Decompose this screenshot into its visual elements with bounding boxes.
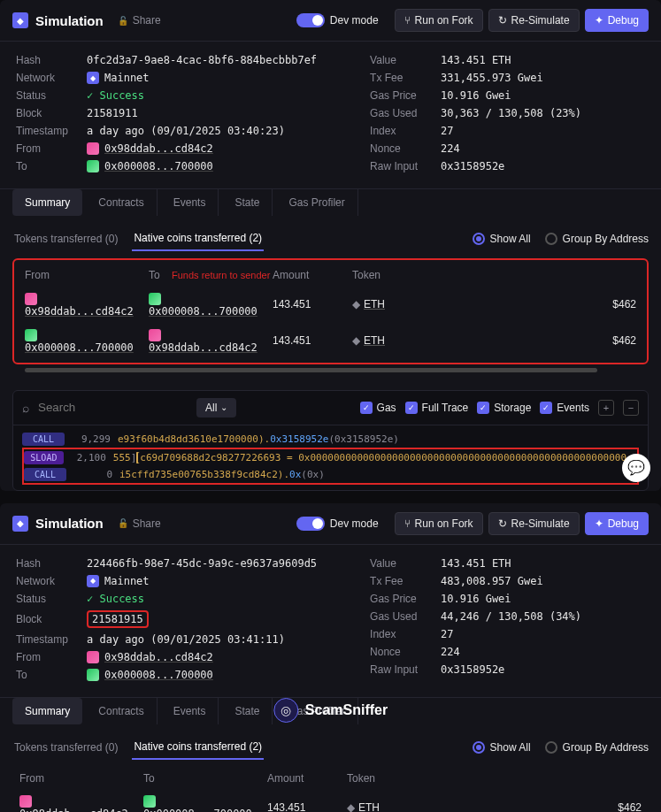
tab-contracts[interactable]: Contracts <box>86 189 157 216</box>
index-value: 27 <box>441 125 453 137</box>
col-to: To Funds return to sender <box>149 269 273 281</box>
checkbox-icon <box>540 402 552 414</box>
from-address[interactable]: 0x98ddab...cd84c2 <box>19 808 128 812</box>
show-all-radio[interactable]: Show All <box>473 741 531 754</box>
run-on-fork-button[interactable]: ⑂Run on Fork <box>395 512 483 535</box>
gasused-value: 30,363 / 130,508 (23%) <box>441 107 581 119</box>
usd-value: $462 <box>410 334 636 347</box>
address-icon <box>19 795 32 808</box>
filter-all-dropdown[interactable]: All <box>196 398 236 417</box>
radio-icon <box>473 741 485 754</box>
ethereum-icon: ◆ <box>87 72 99 84</box>
toggle-icon <box>296 517 325 531</box>
share-button[interactable]: Share <box>118 517 161 530</box>
index-label: Index <box>370 125 441 137</box>
logo-icon <box>12 516 28 532</box>
address-icon <box>143 795 156 808</box>
tab-gas-profiler[interactable]: Gas Profiler <box>276 189 357 216</box>
to-address[interactable]: 0x98ddab...cd84c2 <box>149 341 257 354</box>
block-value[interactable]: 21581911 <box>87 107 138 119</box>
gas-value: 9,299 <box>72 433 111 445</box>
timestamp-value: a day ago (09/01/2025 03:40:23) <box>87 125 285 137</box>
opcode-badge: CALL <box>24 468 66 481</box>
block-label: Block <box>16 107 87 119</box>
dev-mode-toggle[interactable]: Dev mode <box>296 517 379 531</box>
col-from: From <box>25 269 149 281</box>
to-address[interactable]: 0x000008...700000 <box>143 808 252 812</box>
tab-summary[interactable]: Summary <box>12 698 82 724</box>
tab-contracts[interactable]: Contracts <box>86 698 157 724</box>
opcode-badge: CALL <box>22 433 65 446</box>
resimulate-button[interactable]: ↻Re-Simulate <box>488 512 580 535</box>
network-label: Network <box>16 72 87 84</box>
scrollbar[interactable] <box>25 368 597 372</box>
timestamp-label: Timestamp <box>16 125 87 137</box>
expand-button[interactable]: + <box>598 400 614 416</box>
show-all-radio[interactable]: Show All <box>473 233 531 245</box>
to-label: To <box>16 160 87 172</box>
debug-button[interactable]: ✦Debug <box>585 512 649 535</box>
to-address[interactable]: 0x000008...700000 <box>104 160 213 172</box>
chk-events[interactable]: Events <box>540 402 589 414</box>
chk-fulltrace[interactable]: Full Trace <box>405 402 469 414</box>
token-link[interactable]: ETH <box>364 298 385 310</box>
annotation-return: Funds return to sender <box>172 270 270 280</box>
hash-value: 0fc2d3a7-9ae8-4cac-8bf6-884becbbb7ef <box>87 54 317 66</box>
checkbox-icon <box>360 402 373 414</box>
chk-storage[interactable]: Storage <box>477 402 531 414</box>
resimulate-button[interactable]: ↻Re-Simulate <box>488 9 580 32</box>
nonce-value: 224 <box>441 142 460 155</box>
tokens-transferred-tab[interactable]: Tokens transferred (0) <box>12 736 119 759</box>
share-button[interactable]: Share <box>118 14 161 27</box>
txfee-label: Tx Fee <box>370 72 441 84</box>
value-label: Value <box>370 54 441 66</box>
trace-line: CALL9,299e93f60b4d8dd3610e1700000).0x315… <box>22 431 639 448</box>
trace-search-input[interactable] <box>38 401 188 414</box>
usd-value: $462 <box>404 801 642 812</box>
search-icon <box>22 401 29 415</box>
address-icon <box>87 142 99 155</box>
checkbox-icon <box>405 402 418 414</box>
token-link[interactable]: ETH <box>358 801 380 812</box>
from-address[interactable]: 0x98ddab...cd84c2 <box>25 305 134 318</box>
token-link[interactable]: ETH <box>364 334 385 347</box>
tab-state[interactable]: State <box>222 698 273 724</box>
group-by-address-radio[interactable]: Group By Address <box>545 741 649 754</box>
toggle-icon <box>296 13 325 27</box>
gas-value: 0 <box>73 469 112 480</box>
from-address[interactable]: 0x98ddab...cd84c2 <box>104 142 213 155</box>
chk-gas[interactable]: Gas <box>360 402 396 414</box>
tokens-transferred-tab[interactable]: Tokens transferred (0) <box>12 227 119 250</box>
checkbox-icon <box>477 402 489 414</box>
page-title: Simulation <box>35 13 104 28</box>
tab-events[interactable]: Events <box>161 698 219 724</box>
to-address[interactable]: 0x000008...700000 <box>149 305 257 318</box>
nonce-label: Nonce <box>370 142 441 155</box>
col-amount: Amount <box>273 269 352 281</box>
table-row: 0x98ddab...cd84c20x000008...700000143.45… <box>12 790 649 812</box>
tab-summary[interactable]: Summary <box>12 189 82 216</box>
scamsniffer-logo-icon: ◎ <box>273 698 298 723</box>
radio-icon <box>473 233 485 245</box>
value-value: 143.451 ETH <box>441 54 511 66</box>
run-on-fork-button[interactable]: ⑂Run on Fork <box>395 9 483 32</box>
gasprice-value: 10.916 Gwei <box>441 89 511 102</box>
amount-value: 143.451 <box>273 298 352 310</box>
tab-events[interactable]: Events <box>161 189 219 216</box>
tab-state[interactable]: State <box>222 189 273 216</box>
gas-value: 2,100 <box>71 452 106 463</box>
group-by-address-radio[interactable]: Group By Address <box>545 233 649 245</box>
collapse-button[interactable]: − <box>623 400 639 416</box>
trace-line: CALL0i5cffd735e00765b338f9cd84c2).0x(0x) <box>22 466 639 485</box>
eth-icon: ◆ <box>347 801 355 812</box>
native-coins-tab[interactable]: Native coins transferred (2) <box>132 226 264 251</box>
dev-mode-toggle[interactable]: Dev mode <box>296 13 379 27</box>
chat-bubble-icon[interactable] <box>622 454 650 482</box>
native-coins-tab[interactable]: Native coins transferred (2) <box>132 735 264 760</box>
debug-button[interactable]: ✦Debug <box>585 9 649 32</box>
scamsniffer-watermark: ◎ ScamSniffer <box>273 698 388 723</box>
from-address[interactable]: 0x000008...700000 <box>25 341 134 354</box>
amount-value: 143.451 <box>273 334 352 347</box>
radio-icon <box>545 233 557 245</box>
block-value-annotated[interactable]: 21581915 <box>87 610 149 628</box>
